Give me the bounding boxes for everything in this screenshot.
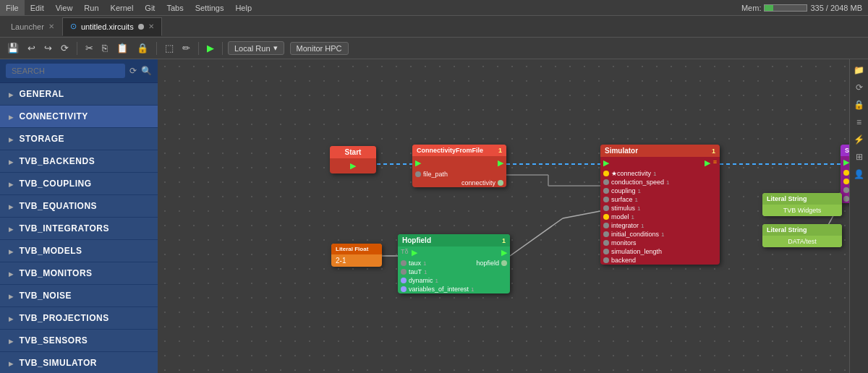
toolbar: 💾 ↩ ↪ ⟳ ✂ ⎘ 📋 🔒 ⬚ ✏ ▶ Local Run ▾ Monito…: [0, 38, 868, 59]
right-icon-bar: 📁 ⟳ 🔒 ≡ ⚡ ⊞ 👤: [849, 59, 868, 373]
sidebar-item-general[interactable]: GENERAL: [0, 83, 158, 106]
menu-view[interactable]: View: [50, 0, 79, 15]
port-model: model 1: [600, 213, 720, 221]
port-collab_name: ★collab_name: [841, 177, 849, 186]
tab-launcher-label: Launcher: [11, 22, 44, 31]
node-start[interactable]: Start ▶: [330, 146, 376, 173]
sidebar-item-tvb-monitors[interactable]: TVB_MONITORS: [0, 262, 158, 285]
mem-value: 335 / 2048 MB: [810, 4, 862, 12]
port-surface: surface 1: [600, 195, 720, 204]
chevron-tvb-coupling: [9, 180, 14, 188]
toolbar-sep2: [156, 42, 157, 55]
monitor-btn[interactable]: Monitor HPC: [290, 42, 349, 55]
node-literal-string-1[interactable]: Literal String TVB Widgets: [762, 193, 842, 216]
port-variables_of_interest: variables_of_interest 1: [398, 285, 510, 293]
menu-file[interactable]: File: [0, 0, 25, 15]
tab-xircuits[interactable]: ⊙ untitled.xircuits ✕: [62, 17, 162, 36]
sidebar-label-tvb-models: TVB_MODELS: [20, 246, 82, 256]
toolbar-sep4: [222, 42, 223, 55]
tab-xircuits-close[interactable]: ✕: [148, 22, 154, 30]
sidebar-item-tvb-models[interactable]: TVB_MODELS: [0, 240, 158, 262]
node-conn-label: ConnectivityFromFile: [417, 147, 483, 154]
run-dropdown[interactable]: Local Run ▾: [228, 41, 284, 55]
toolbar-select[interactable]: ⬚: [162, 41, 176, 55]
toolbar-redo[interactable]: ↪: [41, 41, 55, 55]
sidebar-item-tvb-projections[interactable]: TVB_PROJECTIONS: [0, 307, 158, 330]
sidebar-label-tvb-equations: TVB_EQUATIONS: [20, 201, 98, 211]
port-stimulus: stimulus 1: [600, 204, 720, 213]
node-lstr1-value: TVB Widgets: [783, 207, 822, 214]
run-chevron: ▾: [273, 43, 278, 53]
tabbar: Launcher ✕ ⊙ untitled.xircuits ✕: [0, 16, 868, 38]
right-icon-bolt[interactable]: ⚡: [852, 132, 866, 147]
toolbar-pencil[interactable]: ✏: [179, 41, 193, 55]
toolbar-cut[interactable]: ✂: [82, 41, 96, 55]
menubar: File Edit View Run Kernel Git Tabs Setti…: [0, 0, 868, 16]
port-coupling: coupling 1: [600, 186, 720, 195]
port-in-circle: [415, 171, 421, 177]
chevron-tvb-integrators: [9, 225, 14, 233]
workflow-canvas[interactable]: Start ▶ ConnectivityFromFile 1 ▶ ▶ file_…: [158, 59, 849, 373]
sidebar-item-tvb-sensors[interactable]: TVB_SENSORS: [0, 330, 158, 352]
toolbar-undo[interactable]: ↩: [25, 41, 38, 55]
tab-launcher[interactable]: Launcher ✕: [3, 17, 62, 36]
toolbar-paste[interactable]: 📋: [114, 41, 131, 55]
sidebar-item-tvb-coupling[interactable]: TVB_COUPLING: [0, 173, 158, 195]
right-icon-user[interactable]: 👤: [852, 166, 866, 182]
svg-line-6: [563, 211, 600, 218]
sidebar-label-tvb-noise: TVB_NOISE: [20, 291, 72, 301]
toolbar-copy[interactable]: ⎘: [99, 41, 111, 55]
run-label: Local Run: [234, 44, 271, 53]
node-literal-string-2[interactable]: Literal String DATA/test: [762, 224, 842, 247]
right-icon-lock[interactable]: 🔒: [852, 97, 866, 113]
tab-xircuits-icon: ⊙: [70, 22, 77, 31]
tab-launcher-close[interactable]: ✕: [48, 22, 54, 30]
node-hopfield[interactable]: Hopfield 1 Tδ ▶ ▶ taux 1 hopfield tauT 1: [398, 234, 510, 293]
menu-tabs[interactable]: Tabs: [161, 0, 189, 15]
port-tauT: tauT 1: [398, 267, 510, 276]
svg-line-5: [510, 218, 563, 256]
sidebar-item-tvb-simulator[interactable]: TVB_SIMULATOR: [0, 352, 158, 373]
right-icon-list[interactable]: ≡: [855, 114, 863, 130]
sidebar-label-tvb-integrators: TVB_INTEGRATORS: [20, 223, 109, 233]
sidebar-label-connectivity: CONNECTIVITY: [20, 111, 88, 121]
toolbar-save[interactable]: 💾: [4, 41, 22, 55]
tab-unsaved-dot: [138, 24, 144, 30]
search-refresh-icon[interactable]: ⟳: [129, 66, 137, 76]
right-icon-folder[interactable]: 📁: [852, 62, 866, 78]
chevron-tvb-models: [9, 247, 14, 255]
chevron-tvb-noise: [9, 292, 14, 300]
node-literal-float[interactable]: Literal Float 2-1: [331, 244, 382, 267]
menu-settings[interactable]: Settings: [190, 0, 230, 15]
node-connectivity-from-file[interactable]: ConnectivityFromFile 1 ▶ ▶ file_path con…: [412, 145, 506, 187]
sidebar-item-connectivity[interactable]: CONNECTIVITY: [0, 106, 158, 128]
node-simulator[interactable]: Simulator 1 ▶ ▶ ≡ ★connectivity 1 conduc…: [600, 145, 720, 265]
sidebar: ⟳ 🔍 GENERAL CONNECTIVITY STORAGE TVB_BAC…: [0, 59, 158, 373]
toolbar-lock[interactable]: 🔒: [134, 41, 151, 55]
right-icon-puzzle[interactable]: ⊞: [854, 149, 864, 165]
node-hop-label: Hopfield: [402, 236, 431, 244]
menu-kernel[interactable]: Kernel: [105, 0, 140, 15]
search-input[interactable]: [6, 64, 125, 78]
sidebar-label-storage: STORAGE: [20, 134, 65, 144]
port-taux: taux 1 hopfield: [398, 259, 510, 267]
sidebar-item-storage[interactable]: STORAGE: [0, 128, 158, 150]
toolbar-refresh[interactable]: ⟳: [58, 41, 72, 55]
menu-help[interactable]: Help: [229, 0, 258, 15]
node-lstr2-label: Literal String: [767, 226, 807, 233]
chevron-tvb-sensors: [9, 337, 14, 345]
right-icon-refresh[interactable]: ⟳: [854, 80, 864, 95]
node-store-label: StoreResultsToDrive: [845, 147, 849, 154]
chevron-tvb-equations: [9, 202, 14, 210]
sidebar-item-tvb-noise[interactable]: TVB_NOISE: [0, 285, 158, 307]
search-icon-btn[interactable]: 🔍: [141, 66, 152, 76]
menu-edit[interactable]: Edit: [25, 0, 50, 15]
sidebar-item-tvb-integrators[interactable]: TVB_INTEGRATORS: [0, 218, 158, 240]
sidebar-item-tvb-backends[interactable]: TVB_BACKENDS: [0, 150, 158, 173]
menu-run[interactable]: Run: [78, 0, 104, 15]
sidebar-item-tvb-equations[interactable]: TVB_EQUATIONS: [0, 195, 158, 218]
toolbar-play[interactable]: ▶: [204, 41, 217, 55]
sidebar-label-tvb-projections: TVB_PROJECTIONS: [20, 313, 109, 323]
tab-xircuits-label: untitled.xircuits: [81, 22, 134, 31]
menu-git[interactable]: Git: [139, 0, 161, 15]
